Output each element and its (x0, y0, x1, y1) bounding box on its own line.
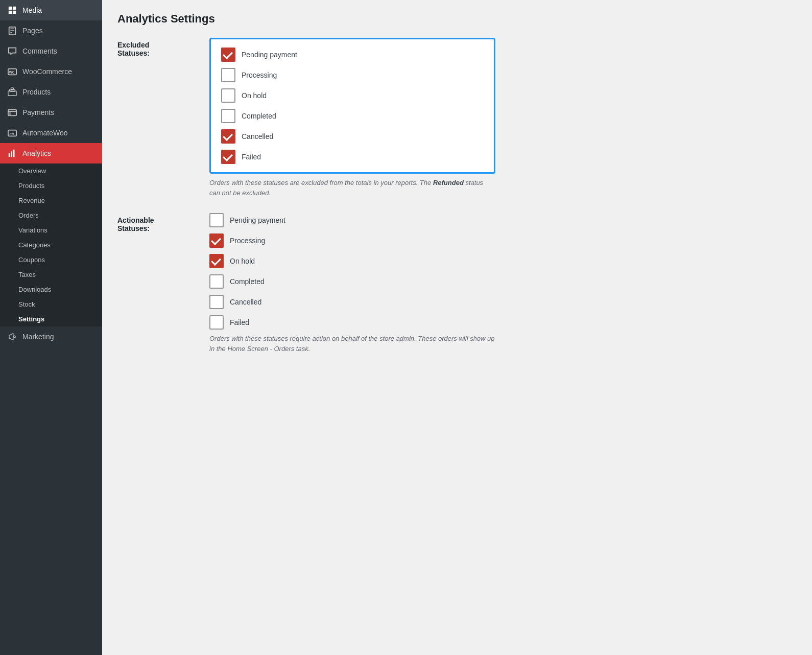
excl-processing[interactable]: Processing (221, 68, 484, 82)
actionable-help-text: Orders with these statuses require actio… (209, 334, 495, 354)
sidebar-label-products: Products (22, 88, 51, 96)
act-processing-label: Processing (230, 237, 265, 245)
act-completed[interactable]: Completed (209, 274, 495, 289)
submenu-overview[interactable]: Overview (0, 163, 102, 178)
svg-text:$: $ (9, 112, 11, 115)
svg-rect-19 (11, 151, 12, 157)
comments-icon (7, 46, 17, 56)
excl-cancelled-label: Cancelled (242, 132, 273, 141)
act-on-hold-checkbox[interactable] (209, 254, 224, 268)
pages-icon (7, 26, 17, 36)
act-cancelled-checkbox[interactable] (209, 295, 224, 309)
sidebar: Media Pages Comments WC WooCommerce Prod… (0, 0, 102, 655)
marketing-icon (7, 332, 17, 342)
svg-rect-3 (13, 11, 16, 14)
excluded-statuses-label: ExcludedStatuses: (117, 38, 189, 57)
sidebar-item-pages[interactable]: Pages (0, 20, 102, 41)
submenu-taxes[interactable]: Taxes (0, 267, 102, 282)
excl-failed-checkbox[interactable] (221, 150, 235, 164)
sidebar-item-automatewoo[interactable]: AW AutomateWoo (0, 123, 102, 143)
submenu-revenue[interactable]: Revenue (0, 193, 102, 208)
excl-failed-label: Failed (242, 153, 261, 161)
svg-text:WC: WC (9, 71, 15, 74)
excl-cancelled-checkbox[interactable] (221, 129, 235, 144)
svg-point-21 (14, 336, 16, 338)
act-cancelled[interactable]: Cancelled (209, 295, 495, 309)
svg-text:AW: AW (10, 132, 15, 135)
excluded-statuses-group: Pending payment Processing On hold Compl… (221, 48, 484, 164)
excluded-statuses-row: ExcludedStatuses: Pending payment Proces… (117, 38, 797, 198)
products-icon (7, 87, 17, 97)
sidebar-label-payments: Payments (22, 108, 54, 116)
page-title: Analytics Settings (117, 12, 797, 26)
act-failed-label: Failed (230, 318, 249, 326)
excluded-statuses-box: Pending payment Processing On hold Compl… (209, 38, 495, 174)
sidebar-item-woocommerce[interactable]: WC WooCommerce (0, 61, 102, 82)
act-failed-checkbox[interactable] (209, 315, 224, 330)
submenu-coupons[interactable]: Coupons (0, 252, 102, 267)
sidebar-item-media[interactable]: Media (0, 0, 102, 20)
excl-processing-checkbox[interactable] (221, 68, 235, 82)
actionable-statuses-label: ActionableStatuses: (117, 213, 189, 232)
sidebar-label-comments: Comments (22, 47, 57, 55)
excl-failed[interactable]: Failed (221, 150, 484, 164)
svg-rect-2 (9, 11, 12, 14)
woocommerce-icon: WC (7, 66, 17, 77)
act-failed[interactable]: Failed (209, 315, 495, 330)
analytics-icon (7, 148, 17, 158)
act-on-hold[interactable]: On hold (209, 254, 495, 268)
excl-completed[interactable]: Completed (221, 109, 484, 123)
act-on-hold-label: On hold (230, 257, 255, 265)
sidebar-label-analytics: Analytics (22, 149, 51, 157)
actionable-statuses-group: Pending payment Processing On hold Compl… (209, 213, 495, 330)
svg-rect-18 (9, 153, 10, 157)
submenu-settings[interactable]: Settings (0, 312, 102, 326)
excl-pending-payment-label: Pending payment (242, 51, 297, 59)
actionable-statuses-row: ActionableStatuses: Pending payment Proc… (117, 213, 797, 354)
svg-rect-20 (13, 150, 15, 157)
sidebar-item-payments[interactable]: $ Payments (0, 102, 102, 123)
automatewoo-icon: AW (7, 128, 17, 138)
sidebar-item-products[interactable]: Products (0, 82, 102, 102)
excl-processing-label: Processing (242, 71, 277, 79)
act-processing[interactable]: Processing (209, 233, 495, 248)
act-pending-payment-checkbox[interactable] (209, 213, 224, 227)
svg-rect-1 (13, 7, 16, 10)
act-processing-checkbox[interactable] (209, 233, 224, 248)
submenu-products[interactable]: Products (0, 178, 102, 193)
act-cancelled-label: Cancelled (230, 298, 261, 306)
excl-cancelled[interactable]: Cancelled (221, 129, 484, 144)
excl-on-hold-label: On hold (242, 91, 267, 100)
excl-on-hold-checkbox[interactable] (221, 88, 235, 103)
excluded-help-text: Orders with these statuses are excluded … (209, 178, 495, 198)
submenu-orders[interactable]: Orders (0, 208, 102, 223)
sidebar-label-marketing: Marketing (22, 333, 54, 341)
act-completed-label: Completed (230, 277, 265, 286)
svg-rect-12 (11, 88, 13, 90)
svg-rect-0 (9, 7, 12, 10)
analytics-submenu: Overview Products Revenue Orders Variati… (0, 163, 102, 326)
act-completed-checkbox[interactable] (209, 274, 224, 289)
submenu-stock[interactable]: Stock (0, 297, 102, 312)
main-content: Analytics Settings ExcludedStatuses: Pen… (102, 0, 812, 655)
excl-completed-label: Completed (242, 112, 276, 120)
excl-pending-payment[interactable]: Pending payment (221, 48, 484, 62)
act-pending-payment-label: Pending payment (230, 216, 285, 224)
payments-icon: $ (7, 107, 17, 118)
sidebar-label-woocommerce: WooCommerce (22, 67, 72, 76)
media-icon (7, 5, 17, 15)
excl-pending-payment-checkbox[interactable] (221, 48, 235, 62)
sidebar-label-automatewoo: AutomateWoo (22, 129, 67, 137)
submenu-categories[interactable]: Categories (0, 238, 102, 252)
sidebar-item-analytics[interactable]: Analytics (0, 143, 102, 163)
sidebar-item-marketing[interactable]: Marketing (0, 326, 102, 347)
excl-on-hold[interactable]: On hold (221, 88, 484, 103)
act-pending-payment[interactable]: Pending payment (209, 213, 495, 227)
excl-completed-checkbox[interactable] (221, 109, 235, 123)
sidebar-item-comments[interactable]: Comments (0, 41, 102, 61)
submenu-variations[interactable]: Variations (0, 223, 102, 238)
submenu-downloads[interactable]: Downloads (0, 282, 102, 297)
sidebar-label-pages: Pages (22, 27, 43, 35)
sidebar-label-media: Media (22, 6, 42, 14)
